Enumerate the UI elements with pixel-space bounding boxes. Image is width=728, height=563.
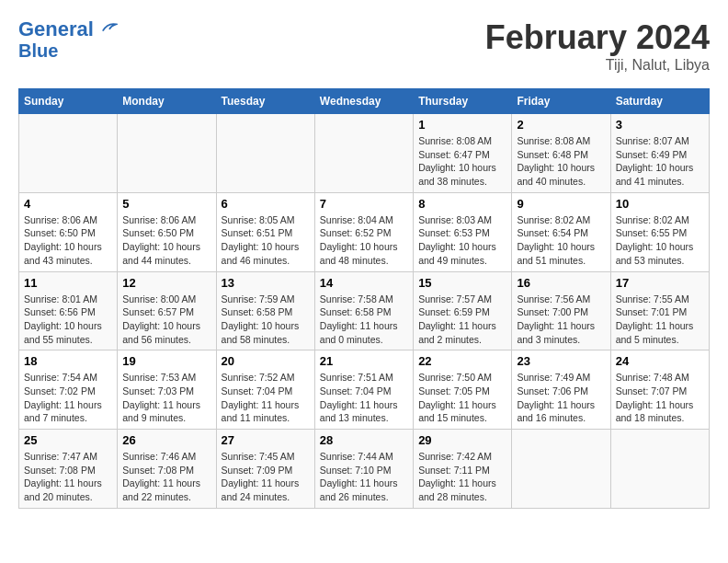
calendar-day-cell: 27Sunrise: 7:45 AMSunset: 7:09 PMDayligh… bbox=[216, 430, 314, 509]
calendar-day-cell: 21Sunrise: 7:51 AMSunset: 7:04 PMDayligh… bbox=[314, 350, 413, 430]
calendar-day-cell: 12Sunrise: 8:00 AMSunset: 6:57 PMDayligh… bbox=[118, 271, 216, 350]
day-detail: Sunrise: 8:08 AMSunset: 6:48 PMDaylight:… bbox=[517, 134, 605, 189]
day-of-week-header: Saturday bbox=[610, 89, 709, 114]
day-number: 19 bbox=[122, 354, 210, 368]
day-number: 9 bbox=[517, 197, 605, 211]
day-number: 22 bbox=[418, 354, 506, 368]
calendar-day-cell bbox=[216, 114, 314, 193]
day-detail: Sunrise: 8:06 AMSunset: 6:50 PMDaylight:… bbox=[24, 213, 112, 268]
day-detail: Sunrise: 8:00 AMSunset: 6:57 PMDaylight:… bbox=[122, 293, 210, 347]
calendar-day-cell: 19Sunrise: 7:53 AMSunset: 7:03 PMDayligh… bbox=[118, 350, 216, 430]
calendar-day-cell: 7Sunrise: 8:04 AMSunset: 6:52 PMDaylight… bbox=[314, 192, 413, 271]
calendar-day-cell: 3Sunrise: 8:07 AMSunset: 6:49 PMDaylight… bbox=[610, 114, 709, 193]
day-number: 27 bbox=[222, 433, 310, 447]
day-of-week-header: Tuesday bbox=[216, 89, 314, 114]
calendar-day-cell: 24Sunrise: 7:48 AMSunset: 7:07 PMDayligh… bbox=[610, 350, 709, 430]
day-detail: Sunrise: 7:45 AMSunset: 7:09 PMDaylight:… bbox=[222, 450, 310, 504]
day-detail: Sunrise: 8:08 AMSunset: 6:47 PMDaylight:… bbox=[418, 134, 506, 189]
day-detail: Sunrise: 7:47 AMSunset: 7:08 PMDaylight:… bbox=[24, 450, 112, 504]
day-detail: Sunrise: 7:56 AMSunset: 7:00 PMDaylight:… bbox=[517, 293, 605, 347]
calendar-day-cell: 16Sunrise: 7:56 AMSunset: 7:00 PMDayligh… bbox=[512, 271, 610, 350]
day-detail: Sunrise: 7:46 AMSunset: 7:08 PMDaylight:… bbox=[122, 450, 210, 504]
calendar-week-row: 4Sunrise: 8:06 AMSunset: 6:50 PMDaylight… bbox=[19, 192, 710, 271]
calendar-day-cell: 2Sunrise: 8:08 AMSunset: 6:48 PMDaylight… bbox=[512, 114, 610, 193]
day-number: 17 bbox=[616, 276, 704, 290]
day-number: 20 bbox=[222, 354, 310, 368]
calendar-day-cell: 25Sunrise: 7:47 AMSunset: 7:08 PMDayligh… bbox=[19, 430, 118, 509]
calendar-day-cell: 6Sunrise: 8:05 AMSunset: 6:51 PMDaylight… bbox=[216, 192, 314, 271]
calendar-day-cell: 14Sunrise: 7:58 AMSunset: 6:58 PMDayligh… bbox=[314, 271, 413, 350]
calendar-day-cell: 29Sunrise: 7:42 AMSunset: 7:11 PMDayligh… bbox=[414, 430, 512, 509]
day-number: 13 bbox=[222, 276, 310, 290]
day-detail: Sunrise: 8:01 AMSunset: 6:56 PMDaylight:… bbox=[24, 293, 112, 347]
day-of-week-header: Wednesday bbox=[314, 89, 413, 114]
day-detail: Sunrise: 7:51 AMSunset: 7:04 PMDaylight:… bbox=[320, 371, 408, 425]
day-detail: Sunrise: 7:48 AMSunset: 7:07 PMDaylight:… bbox=[616, 371, 704, 425]
day-of-week-header: Friday bbox=[512, 89, 610, 114]
day-detail: Sunrise: 7:57 AMSunset: 6:59 PMDaylight:… bbox=[418, 293, 506, 347]
day-detail: Sunrise: 8:04 AMSunset: 6:52 PMDaylight:… bbox=[320, 213, 408, 268]
day-number: 1 bbox=[418, 118, 506, 132]
day-number: 28 bbox=[320, 433, 408, 447]
day-detail: Sunrise: 7:54 AMSunset: 7:02 PMDaylight:… bbox=[24, 371, 112, 425]
calendar-week-row: 25Sunrise: 7:47 AMSunset: 7:08 PMDayligh… bbox=[19, 430, 710, 509]
day-number: 26 bbox=[122, 433, 210, 447]
day-number: 29 bbox=[418, 433, 506, 447]
day-number: 7 bbox=[320, 197, 408, 211]
day-detail: Sunrise: 7:52 AMSunset: 7:04 PMDaylight:… bbox=[222, 371, 310, 425]
day-number: 12 bbox=[122, 276, 210, 290]
day-detail: Sunrise: 8:06 AMSunset: 6:50 PMDaylight:… bbox=[122, 213, 210, 268]
logo-text2: Blue bbox=[18, 40, 118, 61]
logo-text: General bbox=[18, 18, 118, 40]
day-detail: Sunrise: 8:05 AMSunset: 6:51 PMDaylight:… bbox=[222, 213, 310, 268]
calendar-header-row: SundayMondayTuesdayWednesdayThursdayFrid… bbox=[19, 89, 710, 114]
calendar-day-cell: 1Sunrise: 8:08 AMSunset: 6:47 PMDaylight… bbox=[414, 114, 512, 193]
day-number: 6 bbox=[222, 197, 310, 211]
sub-title: Tiji, Nalut, Libya bbox=[485, 57, 710, 74]
day-detail: Sunrise: 7:59 AMSunset: 6:58 PMDaylight:… bbox=[222, 293, 310, 347]
calendar-day-cell: 9Sunrise: 8:02 AMSunset: 6:54 PMDaylight… bbox=[512, 192, 610, 271]
day-of-week-header: Monday bbox=[118, 89, 216, 114]
day-detail: Sunrise: 7:49 AMSunset: 7:06 PMDaylight:… bbox=[517, 371, 605, 425]
day-number: 25 bbox=[24, 433, 112, 447]
day-number: 11 bbox=[24, 276, 112, 290]
calendar-day-cell: 28Sunrise: 7:44 AMSunset: 7:10 PMDayligh… bbox=[314, 430, 413, 509]
calendar-day-cell: 15Sunrise: 7:57 AMSunset: 6:59 PMDayligh… bbox=[414, 271, 512, 350]
calendar-day-cell: 10Sunrise: 8:02 AMSunset: 6:55 PMDayligh… bbox=[610, 192, 709, 271]
title-block: February 2024 Tiji, Nalut, Libya bbox=[485, 18, 710, 74]
day-number: 2 bbox=[517, 118, 605, 132]
day-number: 10 bbox=[616, 197, 704, 211]
day-number: 15 bbox=[418, 276, 506, 290]
day-number: 3 bbox=[616, 118, 704, 132]
day-number: 8 bbox=[418, 197, 506, 211]
day-detail: Sunrise: 7:42 AMSunset: 7:11 PMDaylight:… bbox=[418, 450, 506, 504]
day-detail: Sunrise: 8:03 AMSunset: 6:53 PMDaylight:… bbox=[418, 213, 506, 268]
day-detail: Sunrise: 7:58 AMSunset: 6:58 PMDaylight:… bbox=[320, 293, 408, 347]
day-of-week-header: Thursday bbox=[414, 89, 512, 114]
day-detail: Sunrise: 7:44 AMSunset: 7:10 PMDaylight:… bbox=[320, 450, 408, 504]
day-number: 4 bbox=[24, 197, 112, 211]
day-detail: Sunrise: 7:55 AMSunset: 7:01 PMDaylight:… bbox=[616, 293, 704, 347]
day-number: 24 bbox=[616, 354, 704, 368]
calendar-day-cell: 18Sunrise: 7:54 AMSunset: 7:02 PMDayligh… bbox=[19, 350, 118, 430]
calendar-day-cell: 8Sunrise: 8:03 AMSunset: 6:53 PMDaylight… bbox=[414, 192, 512, 271]
day-number: 5 bbox=[122, 197, 210, 211]
calendar-day-cell bbox=[610, 430, 709, 509]
day-number: 14 bbox=[320, 276, 408, 290]
calendar-day-cell: 17Sunrise: 7:55 AMSunset: 7:01 PMDayligh… bbox=[610, 271, 709, 350]
day-detail: Sunrise: 8:02 AMSunset: 6:55 PMDaylight:… bbox=[616, 213, 704, 268]
calendar-day-cell: 4Sunrise: 8:06 AMSunset: 6:50 PMDaylight… bbox=[19, 192, 118, 271]
page-header: General Blue February 2024 Tiji, Nalut, … bbox=[18, 18, 710, 74]
day-of-week-header: Sunday bbox=[19, 89, 118, 114]
calendar-day-cell: 26Sunrise: 7:46 AMSunset: 7:08 PMDayligh… bbox=[118, 430, 216, 509]
day-number: 16 bbox=[517, 276, 605, 290]
calendar-table: SundayMondayTuesdayWednesdayThursdayFrid… bbox=[18, 88, 710, 509]
calendar-day-cell bbox=[314, 114, 413, 193]
calendar-day-cell: 5Sunrise: 8:06 AMSunset: 6:50 PMDaylight… bbox=[118, 192, 216, 271]
calendar-day-cell: 20Sunrise: 7:52 AMSunset: 7:04 PMDayligh… bbox=[216, 350, 314, 430]
calendar-day-cell bbox=[19, 114, 118, 193]
calendar-week-row: 18Sunrise: 7:54 AMSunset: 7:02 PMDayligh… bbox=[19, 350, 710, 430]
calendar-day-cell: 13Sunrise: 7:59 AMSunset: 6:58 PMDayligh… bbox=[216, 271, 314, 350]
calendar-day-cell bbox=[118, 114, 216, 193]
calendar-week-row: 1Sunrise: 8:08 AMSunset: 6:47 PMDaylight… bbox=[19, 114, 710, 193]
